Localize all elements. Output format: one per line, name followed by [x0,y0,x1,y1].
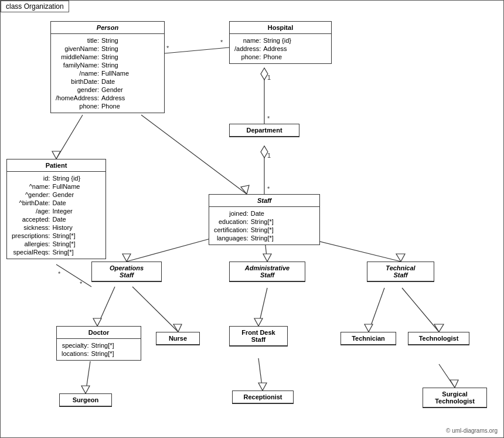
attr-type: Date [251,209,275,218]
attr-label: specialReqs: [12,248,52,256]
class-department: Department [229,124,299,137]
class-header-hospital: Hospital [230,22,331,34]
svg-text:*: * [58,270,61,277]
svg-marker-20 [396,254,405,262]
class-header-patient: Patient [7,159,105,172]
attr-type: Phone [263,53,293,61]
table-row: specialty:String[*] [62,341,116,349]
class-person: Persontitle:StringgivenName:Stringmiddle… [50,21,165,113]
svg-marker-16 [122,254,131,262]
svg-marker-14 [241,185,249,194]
attr-type: FullName [52,182,82,191]
table-row: birthDate:Date [56,77,131,86]
class-header-front_desk_staff: Front DeskStaff [230,327,287,346]
svg-text:*: * [267,185,270,192]
attr-type: Gender [101,86,131,94]
class-administrative_staff: AdministrativeStaff [229,262,305,282]
table-row: middleName:String [56,53,131,61]
class-doctor: Doctorspecialty:String[*]locations:Strin… [56,326,141,361]
attr-type: History [52,223,82,232]
attr-type: String [101,36,131,45]
diagram-title: class Organization [1,1,69,12]
attr-label: certification: [214,226,251,234]
svg-marker-12 [52,151,60,159]
attr-label: familyName: [56,61,101,69]
class-header-technical_staff: TechnicalStaff [367,262,434,281]
table-row: name:String {id} [234,36,293,45]
svg-marker-34 [258,383,267,391]
class-body-doctor: specialty:String[*]locations:String[*] [57,339,141,360]
class-operations_staff: OperationsStaff [91,262,162,282]
svg-line-11 [56,115,83,159]
table-row: ^gender:Gender [12,191,82,199]
attr-type: String {id} [52,174,82,182]
attr-type: Phone [101,102,131,110]
attr-label: gender: [56,86,101,94]
svg-text:1: 1 [267,74,271,81]
class-header-surgeon: Surgeon [60,394,111,406]
svg-line-35 [439,364,455,388]
table-row: education:String[*] [214,218,275,226]
attr-label: joined: [214,209,251,218]
attr-type: Gender [52,191,82,199]
attr-label: languages: [214,234,251,242]
attr-type: Date [52,199,82,207]
class-header-technician: Technician [341,332,396,345]
table-row: joined:Date [214,209,275,218]
svg-line-31 [86,361,90,393]
svg-line-23 [132,287,178,332]
class-header-technologist: Technologist [408,332,469,345]
attr-type: Date [52,215,82,223]
svg-marker-28 [365,324,373,332]
attr-label: id: [12,174,52,182]
attr-label: middleName: [56,53,101,61]
class-header-administrative_staff: AdministrativeStaff [230,262,305,281]
svg-marker-8 [261,146,268,158]
attr-label: ^gender: [12,191,52,199]
attr-label: prescriptions: [12,232,52,240]
svg-marker-30 [434,324,444,332]
table-row: certification:String[*] [214,226,275,234]
attr-type: String[*] [52,232,82,240]
table-row: id:String {id} [12,174,82,182]
class-patient: Patientid:String {id}^name:FullName^gend… [6,159,106,259]
attr-type: String[*] [91,341,115,349]
table-row: title:String [56,36,131,45]
copyright: © uml-diagrams.org [446,427,498,434]
table-row: /homeAddress:Address [56,94,131,102]
table-row: givenName:String [56,45,131,53]
class-header-department: Department [230,124,299,137]
svg-line-37 [56,264,91,287]
attr-type: String [101,53,131,61]
attr-type: String [101,45,131,53]
table-row: sickness:History [12,223,82,232]
table-row: specialReqs:Sring[*] [12,248,82,256]
svg-line-25 [258,288,267,326]
svg-marker-4 [261,68,268,80]
svg-line-27 [369,288,384,332]
attr-label: education: [214,218,251,226]
attr-label: specialty: [62,341,91,349]
svg-line-0 [165,47,229,53]
attr-label: ^name: [12,182,52,191]
class-header-person: Person [51,22,164,34]
class-body-patient: id:String {id}^name:FullName^gender:Gend… [7,172,105,259]
class-technical_staff: TechnicalStaff [367,262,434,282]
attr-label: /name: [56,69,101,77]
attr-type: String[*] [251,218,275,226]
svg-marker-32 [81,386,90,393]
table-row: locations:String[*] [62,349,116,358]
svg-line-29 [402,288,439,332]
class-technician: Technician [340,332,396,345]
class-header-staff: Staff [209,195,319,207]
attr-type: Integer [52,207,82,215]
svg-text:1: 1 [267,152,271,159]
class-surgical_technologist: SurgicalTechnologist [423,388,487,408]
class-header-receptionist: Receptionist [233,391,293,403]
attr-type: String[*] [251,234,275,242]
table-row: gender:Gender [56,86,131,94]
attr-type: String[*] [251,226,275,234]
attr-label: /homeAddress: [56,94,101,102]
svg-text:*: * [80,280,83,287]
class-body-hospital: name:String {id}/address:Addressphone:Ph… [230,34,331,63]
